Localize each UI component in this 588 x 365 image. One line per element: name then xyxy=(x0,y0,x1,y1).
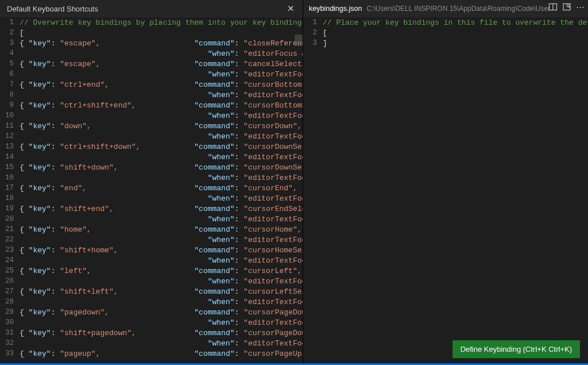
line-number: 16 xyxy=(0,174,20,182)
line-number: 3 xyxy=(0,39,20,47)
line-number: 32 xyxy=(0,339,20,347)
workspace: Default Keyboard Shortcuts ✕ 1// Overwri… xyxy=(0,0,588,365)
define-keybinding-button[interactable]: Define Keybinding (Ctrl+K Ctrl+K) xyxy=(452,340,580,358)
more-icon[interactable]: ⋯ xyxy=(576,2,585,11)
code-line: 30 "when": "editorTextFocus" }, xyxy=(0,318,303,329)
line-number: 20 xyxy=(0,215,20,223)
code-line: 7{ "key": "ctrl+end", "command": "cursor… xyxy=(0,80,303,91)
line-number: 29 xyxy=(0,308,20,316)
line-number: 21 xyxy=(0,225,20,233)
open-preview-icon[interactable] xyxy=(562,2,571,11)
line-number: 19 xyxy=(0,205,20,213)
code-line: 20 "when": "editorTextFocus" }, xyxy=(0,215,303,225)
code-line: 32 "when": "editorTextFocus" }, xyxy=(0,339,303,349)
code-line: 11{ "key": "down", "command": "cursorDow… xyxy=(0,122,303,132)
line-number: 1 xyxy=(0,18,20,26)
code-line: 5{ "key": "escape", "command": "cancelSe… xyxy=(0,60,303,70)
default-shortcuts-pane: Default Keyboard Shortcuts ✕ 1// Overwri… xyxy=(0,0,303,365)
close-icon[interactable]: ✕ xyxy=(285,3,297,14)
line-number: 17 xyxy=(0,184,20,192)
code-line: 31{ "key": "shift+pagedown", "command": … xyxy=(0,329,303,339)
line-number: 33 xyxy=(0,349,20,358)
line-number: 7 xyxy=(0,80,20,89)
user-keybindings-pane: keybindings.json C:\Users\DELL INSPIRON … xyxy=(303,0,588,365)
line-number: 23 xyxy=(0,246,20,254)
line-number: 15 xyxy=(0,163,20,171)
code-line: 15{ "key": "shift+down", "command": "cur… xyxy=(0,163,303,174)
code-line: 1// Overwrite key bindings by placing th… xyxy=(0,18,303,29)
line-number: 13 xyxy=(0,143,20,151)
line-number: 3 xyxy=(303,39,323,47)
editor-action-icons: ⋯ xyxy=(548,2,585,11)
code-line: 13{ "key": "ctrl+shift+down", "command":… xyxy=(0,143,303,153)
code-line: 19{ "key": "shift+end", "command": "curs… xyxy=(0,205,303,215)
line-number: 25 xyxy=(0,267,20,275)
code-line: 14 "when": "editorTextFocus" }, xyxy=(0,153,303,163)
code-line: 22 "when": "editorTextFocus" }, xyxy=(0,236,303,246)
code-line: 21{ "key": "home", "command": "cursorHom… xyxy=(0,225,303,236)
line-number: 30 xyxy=(0,318,20,326)
line-number: 2 xyxy=(303,29,323,37)
line-number: 31 xyxy=(0,329,20,337)
tab-filename: keybindings.json xyxy=(309,5,362,13)
code-line: 23{ "key": "shift+home", "command": "cur… xyxy=(0,246,303,256)
code-line: 27{ "key": "shift+left", "command": "cur… xyxy=(0,287,303,298)
code-line: 2[ xyxy=(0,29,303,39)
right-editor[interactable]: 1// Place your key bindings in this file… xyxy=(303,17,588,365)
code-line: 3] xyxy=(303,39,588,49)
code-line: 17{ "key": "end", "command": "cursorEnd"… xyxy=(0,184,303,194)
code-line: 9{ "key": "ctrl+shift+end", "command": "… xyxy=(0,101,303,112)
line-number: 12 xyxy=(0,132,20,140)
line-number: 6 xyxy=(0,70,20,78)
tab-keybindings[interactable]: keybindings.json C:\Users\DELL INSPIRON … xyxy=(309,5,550,13)
code-line: 1// Place your key bindings in this file… xyxy=(303,18,588,29)
line-number: 24 xyxy=(0,256,20,264)
scrollbar-thumb[interactable] xyxy=(295,34,303,46)
code-line: 29{ "key": "pagedown", "command": "curso… xyxy=(0,308,303,318)
line-number: 28 xyxy=(0,298,20,306)
code-line: 16 "when": "editorTextFocus" }, xyxy=(0,174,303,184)
line-number: 22 xyxy=(0,236,20,244)
line-number: 9 xyxy=(0,101,20,109)
line-number: 27 xyxy=(0,287,20,295)
line-number: 11 xyxy=(0,122,20,130)
left-titlebar: Default Keyboard Shortcuts ✕ xyxy=(0,0,303,17)
code-line: 28 "when": "editorTextFocus" }, xyxy=(0,298,303,308)
code-line: 3{ "key": "escape", "command": "closeRef… xyxy=(0,39,303,49)
code-line: 10 "when": "editorTextFocus" }, xyxy=(0,112,303,122)
line-number: 26 xyxy=(0,277,20,285)
line-number: 2 xyxy=(0,29,20,37)
left-pane-title: Default Keyboard Shortcuts xyxy=(7,5,98,13)
code-line: 18 "when": "editorTextFocus" }, xyxy=(0,194,303,205)
line-number: 8 xyxy=(0,91,20,99)
line-number: 1 xyxy=(303,18,323,26)
left-editor[interactable]: 1// Overwrite key bindings by placing th… xyxy=(0,17,303,365)
code-line: 6 "when": "editorTextFocus && xyxy=(0,70,303,80)
code-line: 24 "when": "editorTextFocus" }, xyxy=(0,256,303,267)
code-line: 12 "when": "editorTextFocus" }, xyxy=(0,132,303,143)
line-number: 5 xyxy=(0,60,20,68)
code-line: 33{ "key": "pageup", "command": "cursorP… xyxy=(0,349,303,360)
line-number: 14 xyxy=(0,153,20,161)
line-number: 10 xyxy=(0,112,20,120)
code-line: 26 "when": "editorTextFocus" }, xyxy=(0,277,303,287)
code-line: 25{ "key": "left", "command": "cursorLef… xyxy=(0,267,303,277)
code-line: 8 "when": "editorTextFocus" }, xyxy=(0,91,303,101)
tab-filepath: C:\Users\DELL INSPIRON 15\AppData\Roamin… xyxy=(366,5,550,13)
code-line: 4 "when": "editorFocus && inRe xyxy=(0,49,303,60)
line-number: 4 xyxy=(0,49,20,57)
split-editor-icon[interactable] xyxy=(548,2,558,11)
svg-point-3 xyxy=(567,5,569,7)
define-keybinding-label: Define Keybinding (Ctrl+K Ctrl+K) xyxy=(461,345,572,354)
code-line: 2[ xyxy=(303,29,588,39)
right-tabbar: keybindings.json C:\Users\DELL INSPIRON … xyxy=(303,0,588,17)
line-number: 18 xyxy=(0,194,20,202)
